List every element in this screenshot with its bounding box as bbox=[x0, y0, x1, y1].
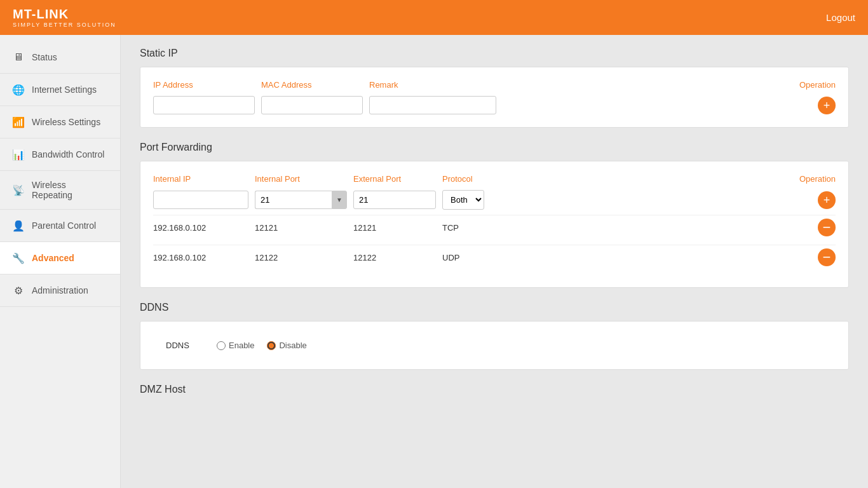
status-icon: 🖥 bbox=[11, 50, 25, 64]
logo-sub: SIMPLY BETTER SOLUTION bbox=[13, 22, 116, 28]
pf-port-dropdown-button[interactable]: ▼ bbox=[332, 191, 347, 209]
pf-header-operation: Operation bbox=[531, 174, 836, 184]
pf-internal-ip-input[interactable] bbox=[153, 191, 248, 209]
sidebar-item-wireless-repeating[interactable]: 📡 Wireless Repeating bbox=[0, 171, 120, 210]
static-ip-card: IP Address MAC Address Remark Operation bbox=[140, 67, 849, 128]
sidebar-label-administration: Administration bbox=[32, 285, 88, 295]
pf-header-internal-ip: Internal IP bbox=[153, 174, 248, 184]
pf-row2-ip: 192.168.0.102 bbox=[153, 253, 206, 262]
static-mac-address-input[interactable] bbox=[261, 96, 363, 114]
pf-row2-iport: 12122 bbox=[255, 253, 278, 262]
sidebar-item-wireless-settings[interactable]: 📶 Wireless Settings bbox=[0, 106, 120, 139]
static-ip-input-row: + bbox=[153, 96, 836, 114]
sidebar: 🖥 Status 🌐 Internet Settings 📶 Wireless … bbox=[0, 35, 121, 488]
sidebar-item-internet-settings[interactable]: 🌐 Internet Settings bbox=[0, 74, 120, 106]
pf-remove-button-2[interactable]: − bbox=[818, 248, 836, 266]
sidebar-label-status: Status bbox=[32, 52, 57, 62]
sidebar-label-bandwidth: Bandwidth Control bbox=[32, 149, 104, 159]
logo: MT-LINK SIMPLY BETTER SOLUTION bbox=[13, 7, 116, 28]
ddns-disable-label: Disable bbox=[279, 341, 306, 350]
ddns-section: DDNS DDNS Enable Disable bbox=[140, 302, 849, 370]
sidebar-label-repeating: Wireless Repeating bbox=[32, 180, 109, 200]
pf-row1-eport: 12121 bbox=[353, 223, 376, 233]
ddns-label: DDNS bbox=[166, 341, 204, 350]
pf-data-row-1: 192.168.0.102 12121 12121 TCP − bbox=[153, 215, 836, 240]
static-ip-address-input[interactable] bbox=[153, 96, 255, 114]
bandwidth-icon: 📊 bbox=[11, 147, 25, 161]
pf-header-external-port: External Port bbox=[353, 174, 436, 184]
header-remark: Remark bbox=[369, 80, 496, 90]
pf-protocol-select[interactable]: Both TCP UDP bbox=[442, 190, 484, 210]
dmz-title: DMZ Host bbox=[140, 384, 849, 395]
parental-icon: 👤 bbox=[11, 219, 25, 233]
sidebar-item-advanced[interactable]: 🔧 Advanced bbox=[0, 242, 120, 274]
pf-row2-proto: UDP bbox=[442, 253, 459, 262]
static-ip-section: Static IP IP Address MAC Address Remark … bbox=[140, 48, 849, 128]
administration-icon: ⚙ bbox=[11, 283, 25, 297]
pf-row2-eport: 12122 bbox=[353, 253, 376, 262]
port-forwarding-title: Port Forwarding bbox=[140, 142, 849, 153]
ddns-disable-radio[interactable] bbox=[267, 341, 276, 350]
ddns-row: DDNS Enable Disable bbox=[153, 334, 836, 356]
pf-row1-proto: TCP bbox=[442, 223, 459, 233]
advanced-icon: 🔧 bbox=[11, 251, 25, 265]
app-header: MT-LINK SIMPLY BETTER SOLUTION Logout bbox=[0, 0, 868, 35]
pf-headers: Internal IP Internal Port External Port … bbox=[153, 174, 836, 184]
ddns-disable-option[interactable]: Disable bbox=[267, 341, 306, 350]
pf-row1-ip: 192.168.0.102 bbox=[153, 223, 206, 233]
sidebar-label-advanced: Advanced bbox=[32, 253, 74, 263]
internet-icon: 🌐 bbox=[11, 83, 25, 97]
ddns-radio-group: Enable Disable bbox=[217, 341, 307, 350]
pf-row1-iport: 12121 bbox=[255, 223, 278, 233]
static-ip-headers: IP Address MAC Address Remark Operation bbox=[153, 80, 836, 90]
pf-add-button[interactable]: + bbox=[818, 191, 836, 209]
header-mac-address: MAC Address bbox=[261, 80, 363, 90]
pf-internal-port-input[interactable] bbox=[255, 191, 332, 209]
pf-internal-port-wrapper: ▼ bbox=[255, 191, 347, 209]
sidebar-label-wireless: Wireless Settings bbox=[32, 117, 100, 127]
logout-button[interactable]: Logout bbox=[826, 12, 855, 23]
pf-input-row: ▼ Both TCP UDP + bbox=[153, 190, 836, 210]
ddns-title: DDNS bbox=[140, 302, 849, 313]
sidebar-item-administration[interactable]: ⚙ Administration bbox=[0, 274, 120, 307]
wireless-icon: 📶 bbox=[11, 115, 25, 129]
pf-data-row-2: 192.168.0.102 12122 12122 UDP − bbox=[153, 245, 836, 269]
pf-header-internal-port: Internal Port bbox=[255, 174, 347, 184]
logo-main: MT-LINK bbox=[13, 7, 69, 21]
pf-external-port-input[interactable] bbox=[353, 191, 436, 209]
static-ip-title: Static IP bbox=[140, 48, 849, 59]
ddns-enable-radio[interactable] bbox=[217, 341, 226, 350]
repeating-icon: 📡 bbox=[11, 183, 25, 197]
static-remark-input[interactable] bbox=[369, 96, 496, 114]
sidebar-item-parental-control[interactable]: 👤 Parental Control bbox=[0, 210, 120, 242]
ddns-enable-label: Enable bbox=[229, 341, 254, 350]
port-forwarding-section: Port Forwarding Internal IP Internal Por… bbox=[140, 142, 849, 288]
sidebar-label-internet: Internet Settings bbox=[32, 85, 97, 95]
header-operation-static: Operation bbox=[503, 80, 836, 90]
port-forwarding-card: Internal IP Internal Port External Port … bbox=[140, 161, 849, 288]
ddns-card: DDNS Enable Disable bbox=[140, 321, 849, 370]
pf-header-protocol: Protocol bbox=[442, 174, 525, 184]
sidebar-item-bandwidth-control[interactable]: 📊 Bandwidth Control bbox=[0, 139, 120, 171]
pf-remove-button-1[interactable]: − bbox=[818, 219, 836, 236]
sidebar-item-status[interactable]: 🖥 Status bbox=[0, 41, 120, 74]
ddns-enable-option[interactable]: Enable bbox=[217, 341, 254, 350]
header-ip-address: IP Address bbox=[153, 80, 255, 90]
sidebar-label-parental: Parental Control bbox=[32, 220, 96, 231]
static-ip-add-button[interactable]: + bbox=[818, 97, 836, 114]
main-content: Static IP IP Address MAC Address Remark … bbox=[121, 35, 868, 488]
